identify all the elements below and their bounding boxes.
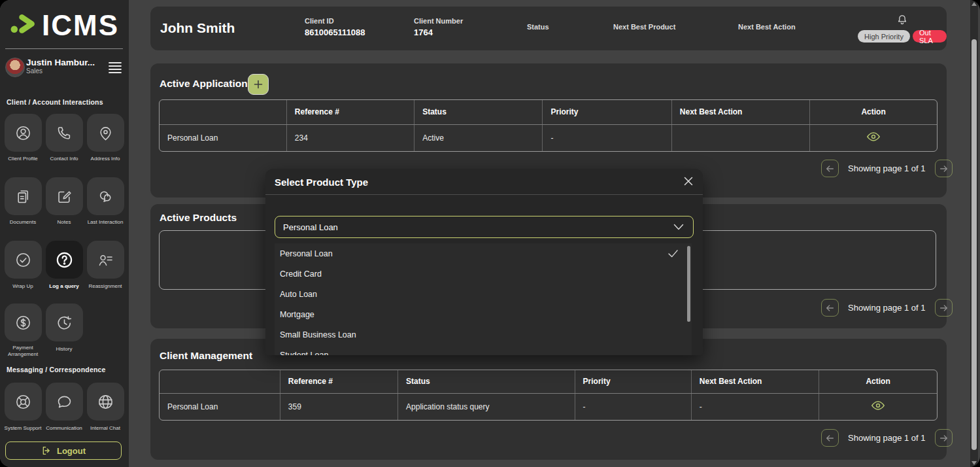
cell-priority: - — [543, 124, 671, 151]
user-avatar — [5, 58, 25, 77]
option-label: Personal Loan — [280, 249, 333, 258]
sidebar-item-internal-chat[interactable] — [87, 383, 124, 421]
next-best-action-label: Next Best Action — [738, 23, 796, 31]
col-header-reference: Reference # — [280, 370, 397, 393]
hamburger-icon[interactable] — [107, 61, 123, 74]
client-number-field: Client Number 1764 — [414, 17, 463, 37]
active-products-pagination: Showing page 1 of 1 — [821, 299, 953, 317]
documents-icon — [14, 188, 32, 205]
sidebar-item-payment-arrangement[interactable] — [5, 303, 42, 341]
sidebar-item-label: Address Info — [91, 156, 120, 162]
active-application-pagination: Showing page 1 of 1 — [821, 160, 953, 177]
col-header-reference: Reference # — [286, 100, 414, 124]
phone-icon — [56, 124, 73, 142]
modal-divider — [265, 194, 703, 195]
globe-icon — [97, 393, 114, 411]
add-application-button[interactable] — [248, 74, 269, 95]
sidebar-item-label: Payment Arrangement — [3, 345, 42, 358]
scrollbar-down-arrow[interactable] — [972, 461, 977, 465]
logo-arrow-icon — [9, 9, 38, 42]
client-id-field: Client ID 8610065111088 — [305, 17, 365, 37]
sidebar-item-label: History — [56, 346, 73, 352]
dropdown-option-auto-loan[interactable]: Auto Loan — [275, 284, 692, 304]
col-header-product — [160, 370, 280, 393]
chat-bubble-icon — [56, 393, 73, 411]
sidebar-item-label: Last Interaction — [88, 219, 124, 225]
map-pin-icon — [97, 124, 114, 142]
logo-text: ICMS — [42, 9, 119, 42]
chat-bubbles-icon — [97, 188, 114, 205]
active-application-title: Active Application — [160, 78, 248, 90]
logout-button[interactable]: Logout — [5, 441, 122, 460]
product-type-dropdown: Personal Loan Credit Card Auto Loan Mort… — [275, 243, 692, 355]
icms-application-window: ICMS Justin Hambur... Sales Client / Acc… — [0, 0, 980, 467]
sidebar-item-address-info[interactable] — [87, 114, 124, 152]
arrow-right-icon — [939, 304, 948, 312]
select-product-type-modal: Select Product Type Personal Loan Person… — [265, 169, 703, 355]
dropdown-option-mortgage[interactable]: Mortgage — [275, 304, 692, 324]
view-application-button[interactable] — [866, 131, 881, 142]
history-clock-icon — [56, 314, 73, 332]
dropdown-option-small-business-loan[interactable]: Small Business Loan — [275, 324, 692, 345]
next-best-product-label: Next Best Product — [613, 23, 675, 31]
cell-priority: - — [575, 393, 691, 420]
view-query-button[interactable] — [871, 400, 885, 411]
client-name: John Smith — [160, 20, 235, 36]
sidebar-item-history[interactable] — [46, 303, 83, 341]
sidebar-item-system-support[interactable] — [5, 383, 42, 421]
arrow-left-icon — [826, 165, 834, 173]
prev-page-button[interactable] — [821, 299, 839, 317]
page-scrollbar-thumb[interactable] — [972, 39, 977, 450]
next-best-action-field: Next Best Action — [738, 23, 796, 33]
sidebar-divider — [5, 48, 123, 49]
cell-product: Personal Loan — [160, 124, 286, 151]
close-icon[interactable] — [683, 176, 694, 186]
status-field: Status — [527, 23, 549, 33]
bell-icon[interactable] — [896, 13, 909, 26]
question-circle-icon — [55, 251, 74, 269]
sidebar-item-communication[interactable] — [46, 383, 83, 421]
prev-page-button[interactable] — [821, 160, 839, 177]
sidebar-item-contact-info[interactable] — [46, 114, 83, 152]
sidebar: ICMS Justin Hambur... Sales Client / Acc… — [0, 0, 129, 467]
sidebar-item-wrap-up[interactable] — [5, 241, 42, 279]
sidebar-item-label: System Support — [5, 425, 42, 431]
sidebar-item-documents[interactable] — [5, 177, 42, 215]
dropdown-option-student-loan[interactable]: Student Loan — [275, 345, 692, 355]
dropdown-option-personal-loan[interactable]: Personal Loan — [275, 243, 692, 264]
pagination-text: Showing page 1 of 1 — [848, 303, 926, 313]
arrow-right-icon — [939, 165, 948, 173]
client-id-label: Client ID — [305, 17, 365, 25]
pagination-text: Showing page 1 of 1 — [848, 433, 926, 443]
prev-page-button[interactable] — [821, 429, 839, 447]
dropdown-option-credit-card[interactable]: Credit Card — [275, 264, 692, 284]
sidebar-item-log-a-query[interactable] — [46, 241, 83, 279]
logout-label: Logout — [57, 446, 86, 456]
product-type-select[interactable]: Personal Loan — [275, 216, 694, 238]
eye-icon — [866, 131, 881, 142]
client-management-table: Reference # Status Priority Next Best Ac… — [159, 370, 938, 421]
client-id-value: 8610065111088 — [305, 27, 365, 37]
option-label: Credit Card — [280, 269, 322, 279]
col-header-priority: Priority — [543, 100, 671, 124]
next-best-product-field: Next Best Product — [613, 23, 675, 33]
next-page-button[interactable] — [935, 429, 953, 447]
section-label-client-account: Client / Account Interactions — [7, 98, 103, 106]
select-value: Personal Loan — [283, 222, 338, 232]
col-header-next-best-action: Next Best Action — [671, 100, 809, 124]
option-label: Mortgage — [280, 310, 314, 319]
sidebar-item-last-interaction[interactable] — [87, 177, 124, 215]
sidebar-item-reassignment[interactable] — [87, 241, 124, 279]
next-page-button[interactable] — [935, 299, 953, 317]
col-header-action: Action — [810, 100, 937, 124]
arrow-right-icon — [939, 434, 948, 442]
next-page-button[interactable] — [935, 160, 953, 177]
client-number-label: Client Number — [414, 17, 463, 25]
dropdown-scrollbar-thumb[interactable] — [687, 246, 690, 322]
out-sla-badge: Out SLA — [913, 30, 947, 43]
user-circle-icon — [14, 124, 32, 142]
scrollbar-up-arrow[interactable] — [972, 2, 977, 6]
sidebar-item-client-profile[interactable] — [5, 114, 42, 152]
sidebar-item-label: Internal Chat — [90, 425, 120, 431]
sidebar-item-notes[interactable] — [46, 177, 83, 215]
